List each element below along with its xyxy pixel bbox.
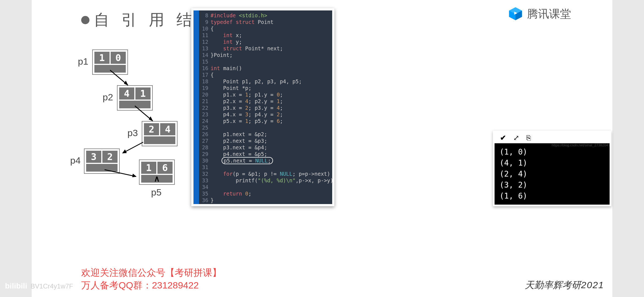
code-line: 22 p3.x = 2; p3.y = 4; [199,105,332,111]
promo-line-1: 欢迎关注微信公众号【考研拼课】 [81,266,222,279]
label-p5: p5 [151,187,162,198]
p1-y: 0 [111,52,126,64]
bilibili-watermark: bilibili BV1Cr4y1w7F [5,282,73,290]
code-line: 15 [199,58,332,65]
code-line: 35 return 0; [199,190,332,197]
canvas: 腾讯课堂 自引用结构 10 p1 41 p2 24 p3 32 p4 16 ∧ [0,0,644,297]
label-p3: p3 [127,128,138,138]
svg-marker-7 [149,117,153,121]
p2-y: 1 [135,87,151,100]
p4-y: 2 [102,151,118,163]
bili-text: bilibili [5,282,27,290]
p4-x: 3 [86,151,101,163]
console-line: (3, 2) [500,180,605,191]
brand-logo: 腾讯课堂 [508,6,571,21]
p3-y: 4 [160,123,175,135]
promo-line-2: 万人备考QQ群：231289422 [81,279,222,292]
console-line: (2, 4) [500,169,605,180]
slide-content: 腾讯课堂 自引用结构 10 p1 41 p2 24 p3 32 p4 16 ∧ [32,0,612,297]
code-line: 16int main() [199,65,332,72]
code-line: 8#include <stdio.h> [199,12,332,19]
code-body: 8#include <stdio.h>9typedef struct Point… [199,10,332,204]
code-line: 18 Point p1, p2, p3, p4, p5; [199,78,332,85]
code-line: 33 printf("(%d, %d)\n",p->x, p->y); [199,177,332,184]
code-line: 10{ [199,25,332,32]
code-line: 13 struct Point* next; [199,45,332,52]
console-line: (4, 1) [500,158,605,169]
code-line: 28 p3.next = &p4; [199,144,332,151]
console-toolbar: ✔ ⤢ ⎘ [495,132,610,143]
code-gutter-bar [193,10,199,204]
code-line: 23 p4.x = 3; p4.y = 2; [199,111,332,118]
cube-icon [508,6,523,21]
code-line: 21 p2.x = 4; p2.y = 1; [199,98,332,105]
bullet-icon [81,16,89,24]
code-line: 34 [199,184,332,190]
console-window: ✔ ⤢ ⎘ (1, 0)(4, 1)(2, 4)(3, 2)(1, 6) [493,131,611,206]
node-p5: 16 ∧ [139,160,175,185]
arrow-p1-p2 [109,69,133,91]
code-line: 32 for(p = &p1; p != NULL; p=p->next) [199,170,332,177]
label-p4: p4 [70,155,81,166]
console-line: (1, 0) [500,147,605,158]
arrow-p3-p4 [118,141,146,157]
code-line: 9typedef struct Point [199,19,332,25]
code-line: 29 p4.next = &p5; [199,151,332,157]
p5-y: 6 [157,162,173,174]
p5-next: ∧ [141,175,173,183]
p3-next [144,136,175,144]
code-line: 36} [199,197,332,204]
code-line: 19 Point *p; [199,85,332,91]
code-line: 24 p5.x = 1; p5.y = 6; [199,118,332,124]
code-editor: 8#include <stdio.h>9typedef struct Point… [191,8,334,206]
svg-marker-11 [132,174,136,177]
watermark-url: https://blog.csdn.net/sinat_27382047 [552,143,610,147]
console-line: (1, 6) [500,191,605,202]
arrow-p4-p5 [103,168,142,182]
p1-x: 1 [94,52,110,64]
bili-bv: BV1Cr4y1w7F [31,282,73,290]
label-p1: p1 [78,56,88,67]
brand-text: 腾讯课堂 [527,6,571,21]
arrow-p2-p3 [133,105,158,127]
code-line: 17{ [199,72,332,78]
scroll-icon[interactable]: ⎘ [526,134,531,142]
promo-text: 欢迎关注微信公众号【考研拼课】 万人备考QQ群：231289422 [81,266,222,292]
console-output: (1, 0)(4, 1)(2, 4)(3, 2)(1, 6) [495,143,610,205]
code-line: 26 p1.next = &p2; [199,131,332,138]
footer-brand: 天勤率辉考研2021 [525,279,604,292]
svg-marker-5 [124,81,128,85]
p5-x: 1 [141,162,156,174]
code-line: 12 int y; [199,38,332,45]
svg-marker-9 [122,150,127,153]
code-line: 20 p1.x = 1; p1.y = 0; [199,91,332,98]
code-line: 27 p2.next = &p3; [199,138,332,144]
code-line: 31 [199,164,332,170]
chevron-down-icon[interactable]: ✔ [500,134,506,142]
label-p2: p2 [103,92,113,103]
svg-line-10 [105,170,136,177]
code-line: 14}Point; [199,52,332,58]
code-line: 11 int x; [199,32,332,38]
expand-icon[interactable]: ⤢ [513,134,519,142]
code-line: 25 [199,124,332,131]
code-line: 30 p5.next = NULL; [199,157,332,164]
